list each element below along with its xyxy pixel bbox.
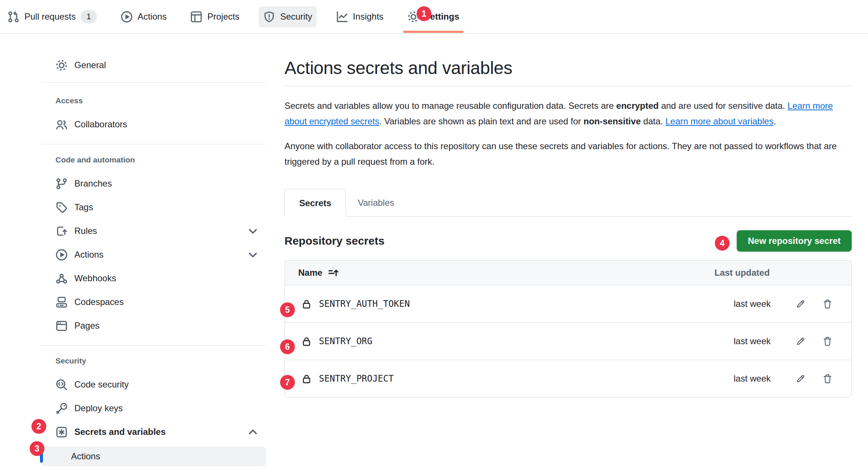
nav-tab-actions-label: Actions [138,11,167,22]
sidebar-item-tags-label: Tags [74,202,93,212]
sidebar-item-code-security[interactable]: Code security [41,373,266,396]
sidebar-item-rules-label: Rules [74,226,97,236]
name-column-header[interactable]: Name [285,267,714,278]
sidebar-item-secrets-and-variables[interactable]: Secrets and variables [41,420,266,444]
codescan-icon [55,379,68,391]
delete-secret-button[interactable] [816,330,838,352]
sidebar-item-branches-label: Branches [74,178,112,189]
gear-icon [55,59,68,71]
sidebar-divider [41,144,266,144]
secret-meta-cell: last week [714,293,851,315]
sidebar-item-codespaces[interactable]: Codespaces [41,290,266,314]
sort-ascending-icon [327,267,339,278]
sidebar-item-pages[interactable]: Pages [41,314,266,338]
git-branch-icon [55,178,68,190]
edit-secret-button[interactable] [789,368,811,390]
play-icon [55,249,68,261]
table-row: SENTRY_AUTH_TOKEN last week [285,285,851,323]
learn-more-variables-link[interactable]: Learn more about variables [665,116,773,126]
secret-meta-cell: last week [714,330,851,352]
sidebar-item-collaborators[interactable]: Collaborators [41,113,266,136]
sidebar-subitem-actions-selected[interactable]: Actions [41,446,266,466]
repository-secrets-header-row: Repository secrets New repository secret [285,230,852,252]
graph-icon [336,11,348,23]
shield-icon [263,11,275,23]
last-updated-value: last week [714,373,771,384]
trash-icon [822,299,832,309]
pull-requests-count-badge: 1 [81,10,97,23]
sidebar-item-general[interactable]: General [41,53,266,77]
asterisk-box-icon [55,426,68,438]
nav-tab-insights-label: Insights [353,11,384,22]
tag-icon [55,201,68,214]
sidebar-item-general-label: General [74,60,106,70]
new-repository-secret-button[interactable]: New repository secret [737,230,852,252]
intro-text: Secrets and variables allow you to manag… [285,101,616,111]
table-row: SENTRY_ORG last week [285,323,851,360]
nav-tab-actions[interactable]: Actions [116,6,171,27]
rule-icon [55,225,68,237]
chevron-up-icon [247,426,259,438]
sidebar-divider [41,345,266,346]
sidebar-item-tags[interactable]: Tags [41,195,266,219]
people-icon [55,118,68,131]
sidebar-item-deploy-keys[interactable]: Deploy keys [41,396,266,420]
edit-secret-button[interactable] [789,293,811,315]
secret-name: SENTRY_AUTH_TOKEN [319,299,410,309]
last-updated-header-label: Last updated [714,268,770,278]
sidebar-item-collaborators-label: Collaborators [74,119,127,130]
repo-nav: Pull requests 1 Actions Projects Securit… [0,0,868,34]
table-row: SENTRY_PROJECT last week [285,360,851,397]
last-updated-value: last week [714,336,771,346]
annotation-badge-6: 6 [280,339,295,354]
pencil-icon [795,336,805,346]
sidebar-item-codespaces-label: Codespaces [74,297,124,307]
pencil-icon [795,374,805,384]
settings-sidebar: General Access Collaborators Code and au… [41,53,266,466]
lock-icon [302,299,312,309]
secret-name-cell: SENTRY_AUTH_TOKEN [285,299,714,309]
nav-tab-pull-requests-label: Pull requests [24,11,76,22]
codespaces-icon [55,296,68,308]
sidebar-section-security: Security [41,349,266,373]
sidebar-divider [41,83,266,83]
annotation-badge-1: 1 [417,6,431,21]
last-updated-value: last week [714,299,771,309]
secrets-table-header: Name Last updated [285,261,851,285]
nav-tab-pull-requests[interactable]: Pull requests 1 [3,6,101,28]
sidebar-item-pages-label: Pages [74,321,100,331]
nav-tab-security-label: Security [280,11,312,22]
repository-secrets-title: Repository secrets [285,235,384,247]
sidebar-item-branches[interactable]: Branches [41,172,266,195]
trash-icon [822,336,832,346]
trash-icon [822,374,832,384]
nav-tab-projects[interactable]: Projects [186,6,244,27]
sidebar-item-webhooks-label: Webhooks [74,273,116,284]
nav-tab-insights[interactable]: Insights [332,6,388,27]
delete-secret-button[interactable] [816,368,838,390]
delete-secret-button[interactable] [816,293,838,315]
table-icon [190,11,202,23]
intro-paragraph: Secrets and variables allow you to manag… [285,98,852,129]
nav-tab-projects-label: Projects [207,11,239,22]
sidebar-section-code-and-automation: Code and automation [41,148,266,172]
annotation-badge-3: 3 [30,441,44,456]
page-title: Actions secrets and variables [285,58,852,78]
last-updated-column-header: Last updated [714,268,851,278]
intro-text: . Variables are shown as plain text and … [379,116,583,126]
tab-secrets[interactable]: Secrets [285,189,346,217]
annotation-badge-7: 7 [280,375,295,390]
intro-text: and are used for sensitive data. [659,101,787,111]
browser-icon [55,320,68,332]
nav-tab-settings[interactable]: Settings [403,6,464,27]
secret-name: SENTRY_ORG [319,336,373,346]
nav-tab-security[interactable]: Security [259,6,317,27]
sidebar-item-secrets-and-variables-label: Secrets and variables [74,427,166,437]
sidebar-item-actions[interactable]: Actions [41,243,266,266]
intro-bold-encrypted: encrypted [616,101,659,111]
edit-secret-button[interactable] [789,330,811,352]
sidebar-item-webhooks[interactable]: Webhooks [41,266,266,290]
annotation-badge-4: 4 [715,236,730,251]
tab-variables[interactable]: Variables [346,189,406,217]
sidebar-item-rules[interactable]: Rules [41,219,266,243]
